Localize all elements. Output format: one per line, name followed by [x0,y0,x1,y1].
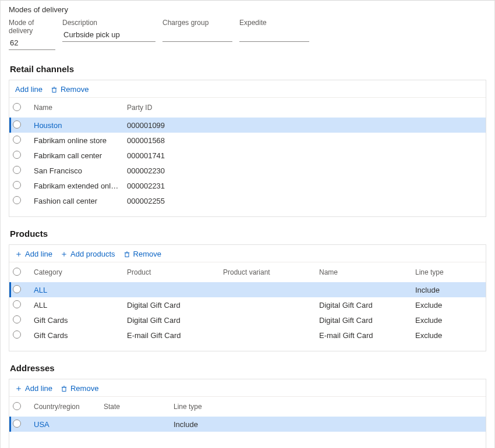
table-row[interactable]: Gift CardsE-mail Gift CardE-mail Gift Ca… [9,328,486,343]
table-row[interactable]: Fabrikam extended online store000002231 [9,178,486,193]
row-radio[interactable] [13,151,21,159]
add-line-label: Add line [25,250,52,258]
products-remove[interactable]: Remove [123,250,161,258]
col-party-id[interactable]: Party ID [123,101,222,114]
field-label-expedite: Expedite [239,19,309,27]
sections: Retail channels Add line Remove Name [1,54,494,448]
col-linetype[interactable]: Line type [412,266,482,279]
col-state[interactable]: State [100,400,170,413]
table-row[interactable]: Fashion call center000002255 [9,193,486,208]
cell: Fashion call center [30,194,123,208]
remove-label: Remove [133,250,161,258]
row-radio[interactable] [13,166,21,174]
row-radio[interactable] [13,136,21,144]
cell: ALL [30,298,123,312]
cell: Fabrikam call center [30,149,123,162]
select-all-radio[interactable] [13,268,21,276]
col-linetype[interactable]: Line type [170,400,240,413]
section-title-products: Products [9,225,486,244]
col-category[interactable]: Category [30,266,123,279]
cell: Exclude [412,314,482,327]
products-add-products[interactable]: Add products [61,250,115,258]
table-row[interactable]: San Francisco000002230 [9,163,486,178]
addresses-body: USAInclude [9,417,486,448]
cell: Exclude [412,298,482,312]
products-head: Category Product Product variant Name Li… [9,262,486,282]
cell: Digital Gift Card [316,314,412,327]
description-input[interactable] [62,28,155,42]
cell: Exclude [412,329,482,342]
cell: Houston [30,119,123,132]
field-description: Description [62,19,155,50]
row-radio[interactable] [13,300,21,308]
cell: 000001741 [123,149,222,162]
channels-body: Houston000001099Fabrikam online store000… [9,118,486,213]
svg-rect-1 [125,253,129,257]
cell: San Francisco [30,164,123,177]
mode-input[interactable] [9,36,55,50]
cell [222,183,480,188]
table-row[interactable]: Fabrikam online store000001568 [9,133,486,148]
cell: Fabrikam online store [30,134,123,147]
cell [220,303,316,307]
row-radio[interactable] [13,315,21,323]
col-product[interactable]: Product [123,266,220,279]
channels-head: Name Party ID [9,97,486,118]
add-line-label: Add line [25,384,52,393]
charges-input[interactable] [162,28,232,42]
section-products: Products Add line Add products Remove [9,225,486,351]
products-add-line[interactable]: Add line [15,250,52,258]
select-all-radio[interactable] [13,402,21,410]
select-all-radio[interactable] [13,103,21,111]
cell [123,287,220,292]
addresses-add-line[interactable]: Add line [15,384,52,393]
form-header: Modes of delivery Mode of delivery Descr… [1,1,494,54]
row-radio[interactable] [13,181,21,189]
field-label-description: Description [62,19,155,27]
col-name[interactable]: Name [30,101,123,114]
field-mode: Mode of delivery [9,19,55,50]
channels-remove[interactable]: Remove [51,85,89,94]
table-row[interactable]: Gift CardsDigital Gift CardDigital Gift … [9,312,486,328]
products-grid: Category Product Product variant Name Li… [9,262,486,347]
channels-toolbar: Add line Remove [9,80,486,97]
addresses-head: Country/region State Line type [9,396,486,417]
table-row[interactable]: USAInclude [9,417,486,432]
row-radio[interactable] [13,120,21,129]
addresses-remove[interactable]: Remove [61,384,98,393]
row-radio[interactable] [13,285,21,293]
remove-label: Remove [61,85,89,94]
channels-add-line[interactable]: Add line [15,85,43,94]
row-radio[interactable] [13,196,21,204]
cell: E-mail Gift Card [316,329,412,342]
cell: Include [170,418,240,431]
col-variant[interactable]: Product variant [220,266,316,279]
cell: Include [412,283,482,297]
table-row[interactable]: ALLInclude [9,282,486,297]
cell: 000002255 [123,194,222,208]
trash-icon [61,385,68,392]
cell [220,318,316,322]
field-charges-group: Charges group [162,19,232,50]
table-row[interactable]: Houston000001099 [9,118,486,133]
trash-icon [51,86,58,93]
cell: Digital Gift Card [316,298,412,312]
cell: E-mail Gift Card [123,329,220,342]
row-radio[interactable] [13,330,21,339]
plus-icon [61,251,68,258]
cell: 000002231 [123,179,222,193]
products-body: ALLIncludeALLDigital Gift CardDigital Gi… [9,282,486,347]
field-label-mode: Mode of delivery [9,19,55,35]
expedite-input[interactable] [239,28,309,42]
table-row[interactable]: ALLDigital Gift CardDigital Gift CardExc… [9,297,486,312]
table-row[interactable]: Fabrikam call center000001741 [9,148,486,163]
plus-icon [15,385,22,392]
row-radio[interactable] [13,419,21,428]
channels-grid: Name Party ID Houston000001099Fabrikam o… [9,97,486,213]
col-name[interactable]: Name [316,266,412,279]
cell: Digital Gift Card [123,314,220,327]
col-country[interactable]: Country/region [30,400,100,413]
cell [222,198,480,203]
cell [222,123,480,127]
cell [222,168,480,173]
